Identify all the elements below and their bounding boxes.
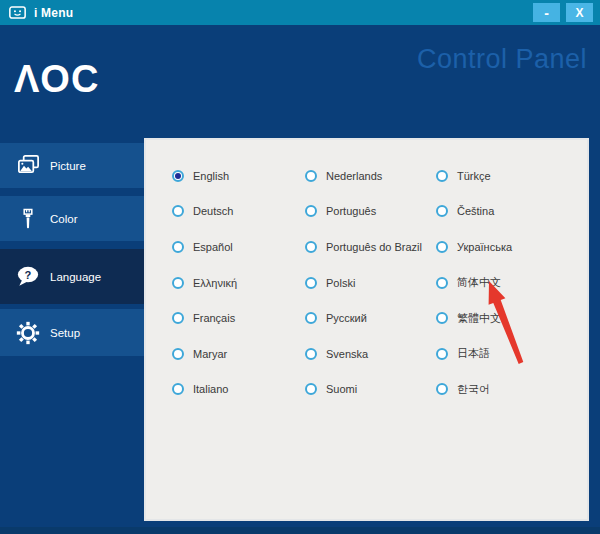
language-option-cestina[interactable]: Čeština	[436, 194, 512, 230]
paintbrush-icon	[15, 207, 41, 231]
language-label: Deutsch	[193, 205, 233, 217]
radio-icon[interactable]	[436, 277, 448, 289]
radio-icon[interactable]	[305, 348, 317, 360]
language-column-2: Nederlands Português Português do Brazil…	[305, 158, 422, 407]
language-label: Português	[326, 205, 376, 217]
question-bubble-icon: ?	[15, 264, 41, 289]
language-option-francais[interactable]: Français	[172, 300, 237, 336]
language-option-japanese[interactable]: 日本語	[436, 336, 512, 372]
language-option-deutsch[interactable]: Deutsch	[172, 194, 237, 230]
language-option-espanol[interactable]: Español	[172, 229, 237, 265]
title-bar[interactable]: i Menu	[0, 0, 600, 25]
language-label: Svenska	[326, 348, 368, 360]
language-option-magyar[interactable]: Maryar	[172, 336, 237, 372]
minimize-button[interactable]: -	[533, 3, 560, 22]
language-label: English	[193, 170, 229, 182]
language-option-portugues-brazil[interactable]: Português do Brazil	[305, 229, 422, 265]
language-label: Español	[193, 241, 233, 253]
language-option-italiano[interactable]: Italiano	[172, 372, 237, 408]
language-label: Русский	[326, 312, 367, 324]
question-mark-glyph: ?	[25, 269, 32, 281]
radio-icon[interactable]	[436, 241, 448, 253]
language-option-english[interactable]: English	[172, 158, 237, 194]
radio-icon[interactable]	[172, 170, 184, 182]
language-label: Čeština	[457, 205, 494, 217]
language-label: Українська	[457, 241, 512, 253]
bottom-edge	[0, 527, 600, 534]
language-option-greek[interactable]: Ελληνική	[172, 265, 237, 301]
picture-icon	[15, 153, 41, 178]
sidebar-item-label: Picture	[50, 160, 86, 172]
radio-icon[interactable]	[172, 277, 184, 289]
gear-icon	[15, 320, 41, 346]
imenu-window: i Menu - X ΛOC Control Panel Picture	[0, 0, 600, 534]
radio-icon[interactable]	[305, 277, 317, 289]
radio-icon[interactable]	[305, 241, 317, 253]
smiley-monitor-icon	[9, 6, 26, 20]
language-option-suomi[interactable]: Suomi	[305, 372, 422, 408]
sidebar-item-label: Language	[50, 271, 101, 283]
language-label: 简体中文	[457, 275, 501, 290]
language-option-korean[interactable]: 한국어	[436, 372, 512, 408]
radio-icon[interactable]	[172, 383, 184, 395]
sidebar-item-language[interactable]: ? Language	[0, 249, 144, 304]
radio-icon[interactable]	[436, 205, 448, 217]
radio-icon[interactable]	[305, 170, 317, 182]
language-option-ukrainian[interactable]: Українська	[436, 229, 512, 265]
language-label: Türkçe	[457, 170, 491, 182]
radio-icon[interactable]	[436, 383, 448, 395]
radio-icon[interactable]	[436, 312, 448, 324]
language-label: Suomi	[326, 383, 357, 395]
language-label: 한국어	[457, 382, 490, 397]
language-option-turkce[interactable]: Türkçe	[436, 158, 512, 194]
language-option-simplified-chinese[interactable]: 简体中文	[436, 265, 512, 301]
radio-icon[interactable]	[172, 348, 184, 360]
radio-icon[interactable]	[172, 312, 184, 324]
language-panel: English Deutsch Español Ελληνική Françai…	[144, 138, 589, 521]
language-label: 日本語	[457, 346, 490, 361]
sidebar-item-color[interactable]: Color	[0, 196, 144, 241]
close-icon: X	[575, 7, 583, 19]
language-label: 繁體中文	[457, 311, 501, 326]
radio-icon[interactable]	[436, 348, 448, 360]
radio-icon[interactable]	[305, 312, 317, 324]
radio-icon[interactable]	[172, 205, 184, 217]
sidebar-item-label: Setup	[50, 327, 80, 339]
radio-icon[interactable]	[305, 383, 317, 395]
language-label: Ελληνική	[193, 277, 237, 289]
language-column-3: Türkçe Čeština Українська 简体中文 繁體中文 日本語	[436, 158, 512, 407]
page-title: Control Panel	[417, 44, 587, 75]
language-label: Maryar	[193, 348, 227, 360]
radio-icon[interactable]	[305, 205, 317, 217]
language-option-polski[interactable]: Polski	[305, 265, 422, 301]
language-option-svenska[interactable]: Svenska	[305, 336, 422, 372]
radio-icon[interactable]	[436, 170, 448, 182]
language-column-1: English Deutsch Español Ελληνική Françai…	[172, 158, 237, 407]
language-option-nederlands[interactable]: Nederlands	[305, 158, 422, 194]
language-label: Français	[193, 312, 235, 324]
language-label: Nederlands	[326, 170, 382, 182]
language-label: Italiano	[193, 383, 228, 395]
minimize-icon: -	[544, 6, 549, 20]
language-label: Português do Brazil	[326, 241, 422, 253]
sidebar-item-setup[interactable]: Setup	[0, 309, 144, 356]
language-option-russian[interactable]: Русский	[305, 300, 422, 336]
language-option-portugues[interactable]: Português	[305, 194, 422, 230]
sidebar-item-label: Color	[50, 213, 77, 225]
aoc-logo: ΛOC	[14, 58, 99, 101]
close-button[interactable]: X	[566, 3, 593, 22]
window-title: i Menu	[34, 6, 73, 20]
radio-icon[interactable]	[172, 241, 184, 253]
language-option-traditional-chinese[interactable]: 繁體中文	[436, 300, 512, 336]
sidebar-item-picture[interactable]: Picture	[0, 143, 144, 188]
language-label: Polski	[326, 277, 355, 289]
